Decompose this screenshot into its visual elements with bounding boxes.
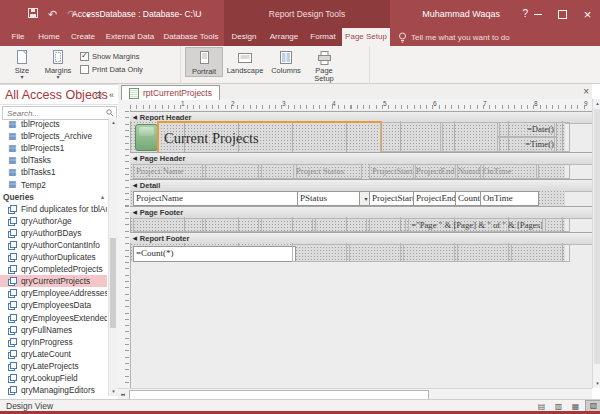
close-document-icon[interactable]: × xyxy=(583,86,589,97)
nav-scrollbar[interactable] xyxy=(108,118,118,396)
empty-cell[interactable] xyxy=(508,244,570,262)
empty-cell[interactable] xyxy=(366,218,409,232)
nav-item[interactable]: qryLookupField xyxy=(0,372,107,384)
layout-view-icon[interactable] xyxy=(568,401,583,412)
time-expression-control[interactable]: =Time() xyxy=(497,137,557,152)
date-expression-control[interactable]: =Date() xyxy=(497,122,557,137)
combobox-pstatus[interactable]: PStatus xyxy=(297,191,373,206)
shutter-bar-close-icon[interactable] xyxy=(109,90,114,100)
report-footer-section[interactable]: =Count(*) xyxy=(130,243,565,262)
nav-pane-header[interactable]: All Access Objects xyxy=(0,85,118,105)
empty-cell[interactable] xyxy=(258,164,297,179)
account-name[interactable]: Muhammad Waqas xyxy=(422,9,500,19)
empty-cell[interactable] xyxy=(133,218,206,232)
report-title-control-selected[interactable]: Current Projects xyxy=(157,121,382,155)
scroll-down-icon[interactable] xyxy=(593,379,600,388)
column-label[interactable]: OnTime xyxy=(480,164,539,179)
empty-cell[interactable] xyxy=(440,122,500,152)
tab-database-tools[interactable]: Database Tools xyxy=(160,28,222,46)
empty-cell[interactable] xyxy=(346,244,404,262)
empty-cell[interactable] xyxy=(554,122,570,152)
nav-menu-icon[interactable] xyxy=(94,90,102,100)
nav-item-selected[interactable]: qryCurrentProjects xyxy=(0,275,107,287)
nav-item[interactable]: tblTasks xyxy=(0,154,107,166)
count-expression-control[interactable]: =Count(*) xyxy=(133,246,296,262)
page-setup-button[interactable]: Page Setup xyxy=(305,47,343,84)
empty-cell[interactable] xyxy=(454,244,512,262)
size-button[interactable]: Size ▾ xyxy=(4,47,40,80)
report-view-icon[interactable] xyxy=(534,401,549,412)
empty-cell[interactable] xyxy=(312,218,370,232)
landscape-button[interactable]: Landscape xyxy=(223,47,267,75)
vertical-scrollbar[interactable] xyxy=(592,99,600,388)
tab-create[interactable]: Create xyxy=(66,28,100,46)
empty-cell[interactable] xyxy=(400,244,458,262)
nav-item[interactable]: qryAuthorAge xyxy=(0,215,107,227)
textbox-ontime[interactable]: OnTime xyxy=(480,191,539,206)
nav-item[interactable]: qryLateProjects xyxy=(0,360,107,372)
collapse-group-icon[interactable]: ▴ xyxy=(101,193,104,200)
maximize-button[interactable] xyxy=(550,0,575,28)
nav-item[interactable]: qryAuthorContantInfo xyxy=(0,239,107,251)
minimize-button[interactable] xyxy=(525,0,550,28)
nav-group-header-queries[interactable]: Queries▴ xyxy=(0,191,107,203)
logo-image-control[interactable] xyxy=(135,124,158,151)
column-label[interactable]: Project Name xyxy=(133,164,206,179)
margins-button[interactable]: Margins ▾ xyxy=(40,47,76,80)
print-preview-icon[interactable] xyxy=(551,401,566,412)
textbox-projectname[interactable]: ProjectName xyxy=(133,191,301,206)
column-label[interactable]: ProjectStart xyxy=(369,164,416,179)
textbox-projectstart[interactable]: ProjectStart xyxy=(369,191,416,206)
document-tab-active[interactable]: rptCurrentProjects xyxy=(121,85,220,100)
nav-item[interactable]: qryInProgress xyxy=(0,336,107,348)
scroll-up-icon[interactable] xyxy=(109,118,118,127)
column-label[interactable]: ProjectEnd xyxy=(413,164,458,179)
nav-item[interactable]: tblProjects_Archive xyxy=(0,130,107,142)
tab-external-data[interactable]: External Data xyxy=(102,28,158,46)
tab-format[interactable]: Format xyxy=(306,28,340,46)
nav-item[interactable]: qryAuthorDuplicates xyxy=(0,251,107,263)
nav-item[interactable]: tblProjects xyxy=(0,118,107,130)
scroll-right-icon[interactable] xyxy=(118,390,127,399)
nav-item[interactable]: tblTasks1 xyxy=(0,166,107,178)
column-label[interactable]: Project Status xyxy=(293,164,362,179)
nav-item[interactable]: qryCompletedProjects xyxy=(0,263,107,275)
show-margins-checkbox[interactable]: Show Margins xyxy=(80,52,143,61)
empty-cell[interactable] xyxy=(292,244,350,262)
empty-cell[interactable] xyxy=(542,218,570,232)
nav-item[interactable]: qryLateCount xyxy=(0,348,107,360)
textbox-projectend[interactable]: ProjectEnd xyxy=(413,191,458,206)
detail-section[interactable]: ProjectName PStatus ProjectStart Project… xyxy=(130,190,565,206)
print-data-only-checkbox[interactable]: Print Data Only xyxy=(80,65,143,74)
tab-file[interactable]: File xyxy=(4,28,32,46)
columns-button[interactable]: Columns xyxy=(267,47,305,75)
portrait-button[interactable]: Portrait xyxy=(185,47,223,77)
scroll-up-icon[interactable] xyxy=(593,99,600,108)
empty-cell[interactable] xyxy=(380,122,443,152)
empty-cell[interactable] xyxy=(202,218,262,232)
scroll-down-icon[interactable] xyxy=(109,387,118,396)
tab-home[interactable]: Home xyxy=(34,28,64,46)
nav-item[interactable]: qryFullNames xyxy=(0,324,107,336)
page-header-section[interactable]: Project Name Project Status ProjectStart… xyxy=(130,163,565,179)
page-footer-section[interactable]: ="Page " & [Page] & " of " & [Pages] xyxy=(130,217,565,232)
save-icon[interactable] xyxy=(28,8,38,20)
nav-item[interactable]: qryEmployeesExtended xyxy=(0,312,107,324)
nav-item[interactable]: qryEmployeesData xyxy=(0,299,107,311)
tab-arrange[interactable]: Arrange xyxy=(264,28,304,46)
empty-cell[interactable] xyxy=(202,164,262,179)
nav-item[interactable]: Find duplicates for tblAuthors xyxy=(0,203,107,215)
close-button[interactable] xyxy=(575,0,600,28)
report-header-section[interactable]: Current Projects =Date() =Time() xyxy=(130,121,565,152)
undo-icon[interactable] xyxy=(48,9,57,20)
empty-cell[interactable] xyxy=(536,164,570,179)
scrollbar-thumb[interactable] xyxy=(110,238,116,328)
nav-item[interactable]: tblProjects1 xyxy=(0,142,107,154)
nav-item[interactable]: qryAuthorBDays xyxy=(0,227,107,239)
nav-item[interactable]: qryManagingEditors xyxy=(0,384,107,396)
empty-cell[interactable] xyxy=(258,218,316,232)
nav-item[interactable]: qryEmployeeAddresses xyxy=(0,287,107,299)
scrollbar-thumb[interactable] xyxy=(594,109,600,364)
tell-me-box[interactable]: Tell me what you want to do xyxy=(398,28,510,46)
page-number-expression-control[interactable]: ="Page " & [Page] & " of " & [Pages] xyxy=(405,218,546,232)
